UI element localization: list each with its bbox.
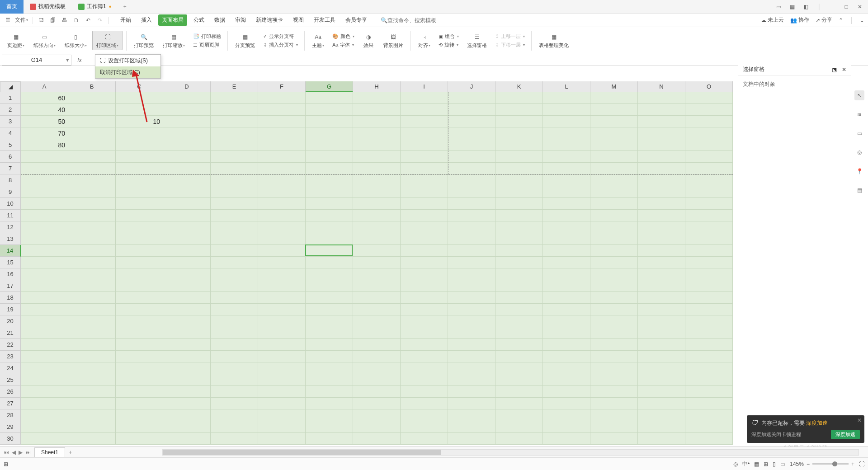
cell[interactable] [258,362,306,374]
set-printarea[interactable]: ⛶设置打印区域(S) [95,55,160,66]
cell[interactable] [685,245,733,257]
cell[interactable] [638,409,685,421]
cell[interactable] [116,151,163,163]
cell[interactable] [21,374,68,386]
cell[interactable] [590,374,638,386]
cell[interactable] [21,315,68,327]
line-icon[interactable]: │ [815,2,824,11]
cell[interactable] [258,268,306,280]
col-header-K[interactable]: K [495,81,543,92]
cell[interactable] [116,268,163,280]
tablebeautify-button[interactable]: ▦表格整理美化 [535,31,572,50]
cell[interactable] [21,327,68,339]
cell[interactable] [116,257,163,268]
cell[interactable] [495,174,543,186]
cell[interactable] [401,221,448,233]
tab-template[interactable]: 找稻壳模板 [24,0,72,14]
rtab-pagelayout[interactable]: 页面布局 [158,14,187,26]
printarea-button[interactable]: ⛶打印区域▾ [92,31,123,50]
share-button[interactable]: ↗ 分享 [816,16,832,24]
cell[interactable] [116,327,163,339]
cell[interactable] [21,433,68,445]
cell[interactable] [211,398,258,409]
cell[interactable] [638,292,685,304]
cell[interactable] [353,421,401,433]
caret-icon[interactable]: ⌃ [839,17,843,24]
cell[interactable] [211,409,258,421]
zoom-control[interactable]: 145% − + [790,461,854,467]
cell[interactable] [258,139,306,151]
cell[interactable] [21,421,68,433]
cell[interactable] [68,351,116,362]
row-header-29[interactable]: 29 [0,421,21,433]
cell[interactable] [21,409,68,421]
cell[interactable] [401,268,448,280]
row-header-16[interactable]: 16 [0,268,21,280]
cell[interactable] [448,221,495,233]
cell[interactable] [543,139,590,151]
row-header-10[interactable]: 10 [0,198,21,210]
cell[interactable] [590,198,638,210]
cell[interactable] [353,221,401,233]
cell[interactable] [21,257,68,268]
cell[interactable] [590,127,638,139]
cell[interactable] [638,268,685,280]
cell[interactable] [401,292,448,304]
cell[interactable] [21,174,68,186]
cell[interactable] [116,421,163,433]
cell[interactable] [306,268,353,280]
cell[interactable] [401,433,448,445]
cell[interactable] [685,433,733,445]
cell[interactable] [116,398,163,409]
cell[interactable] [163,257,211,268]
cell[interactable] [543,315,590,327]
insertbreak-button[interactable]: ↧ 插入分页符▾ [263,42,298,48]
cell[interactable] [685,127,733,139]
row-header-26[interactable]: 26 [0,386,21,398]
moveup-button[interactable]: ↥ 上移一层▾ [495,33,525,40]
cell[interactable] [306,409,353,421]
row-header-2[interactable]: 2 [0,104,21,116]
cell[interactable] [211,174,258,186]
cell[interactable] [163,174,211,186]
search-input[interactable] [387,17,451,24]
cell[interactable] [401,374,448,386]
cell[interactable] [638,257,685,268]
cell[interactable] [258,174,306,186]
cell[interactable]: 80 [21,139,68,151]
cell[interactable] [543,398,590,409]
group-button[interactable]: ▣ 组合▾ [439,33,459,40]
cell[interactable] [353,304,401,315]
cell[interactable] [638,433,685,445]
cell[interactable] [495,315,543,327]
close-icon[interactable]: ✕ [842,66,846,73]
row-header-7[interactable]: 7 [0,163,21,174]
cell[interactable] [495,339,543,351]
cell[interactable] [448,174,495,186]
cell[interactable] [495,351,543,362]
cell[interactable] [68,327,116,339]
effect-button[interactable]: ◑效果 [359,31,378,50]
cell[interactable] [685,163,733,174]
cell[interactable] [68,127,116,139]
cell[interactable] [685,374,733,386]
save-icon[interactable]: 🖫 [37,16,45,24]
col-header-C[interactable]: C [116,81,163,92]
cell[interactable] [163,421,211,433]
cell[interactable] [258,292,306,304]
cell[interactable] [353,398,401,409]
last-icon[interactable]: ⏭ [25,449,31,456]
cell[interactable] [21,292,68,304]
rtab-start[interactable]: 开始 [117,14,135,26]
cell[interactable] [211,163,258,174]
cell[interactable] [638,304,685,315]
cell[interactable] [590,386,638,398]
cell[interactable] [543,104,590,116]
cell[interactable] [448,433,495,445]
cell[interactable] [543,92,590,104]
cell[interactable] [401,163,448,174]
cell[interactable] [495,186,543,198]
cell[interactable] [306,210,353,221]
cell[interactable] [163,163,211,174]
cell[interactable] [163,409,211,421]
